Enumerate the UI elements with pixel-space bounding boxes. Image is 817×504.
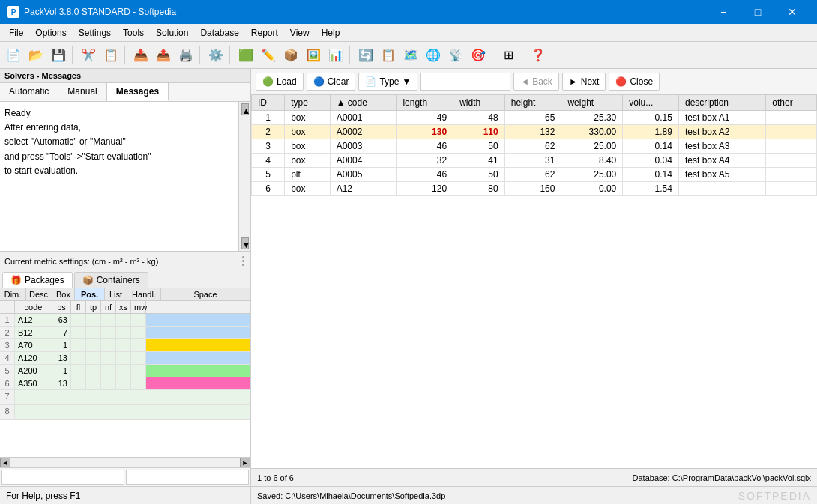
menu-report[interactable]: Report	[245, 26, 284, 40]
col-header-length[interactable]: length	[397, 95, 453, 111]
menu-help[interactable]: Help	[316, 26, 346, 40]
menu-file[interactable]: File	[3, 26, 29, 40]
menu-solution[interactable]: Solution	[150, 26, 194, 40]
tool-btn-3[interactable]: 📦	[280, 45, 301, 66]
messages-scrollbar[interactable]: ▲ ▼	[238, 102, 250, 251]
tab-packages[interactable]: 🎁 Packages	[2, 272, 73, 288]
cut-button[interactable]: ✂️	[78, 45, 99, 66]
menu-settings[interactable]: Settings	[73, 26, 117, 40]
tool-btn-6[interactable]: 🔄	[355, 45, 376, 66]
tab-messages[interactable]: Messages	[107, 83, 169, 101]
package-grid-header: Dim. Desc. Box Pos. List Handl. Space	[0, 288, 250, 301]
tool-btn-12[interactable]: ⊞	[498, 45, 519, 66]
cell-xs-4	[116, 352, 131, 364]
maximize-button[interactable]: □	[741, 0, 775, 24]
type-button[interactable]: 📄 Type ▼	[358, 73, 417, 91]
minimize-button[interactable]: −	[706, 0, 741, 24]
separator-7	[522, 46, 525, 64]
tool-btn-2[interactable]: ✏️	[258, 45, 279, 66]
close-button[interactable]: ✕	[775, 0, 810, 24]
list-item[interactable]: 3 A70 1	[0, 339, 250, 352]
sub-ps: ps	[52, 301, 71, 313]
metric-settings: Current metric settings: (cm - m² - m³ -…	[0, 252, 250, 270]
search-input[interactable]	[420, 73, 510, 91]
app-icon: P	[7, 6, 19, 18]
table-row[interactable]: 4boxA00043241318.400.04test box A4	[252, 154, 817, 168]
help-button[interactable]: ❓	[528, 45, 549, 66]
col-header-description[interactable]: description	[678, 95, 765, 111]
scroll-down-arrow[interactable]: ▼	[241, 237, 249, 249]
tool-btn-7[interactable]: 📋	[378, 45, 399, 66]
list-item[interactable]: 8	[0, 405, 250, 420]
col-header-volume[interactable]: volu...	[623, 95, 679, 111]
scroll-right[interactable]: ►	[240, 458, 250, 468]
col-header-width[interactable]: width	[453, 95, 505, 111]
col-list[interactable]: List	[105, 288, 127, 300]
copy-button[interactable]: 📋	[100, 45, 121, 66]
col-header-other[interactable]: other	[766, 95, 817, 111]
row-bar-5	[146, 365, 250, 377]
tab-automatic[interactable]: Automatic	[0, 83, 58, 101]
resize-handle[interactable]	[241, 255, 246, 267]
menu-view[interactable]: View	[284, 26, 316, 40]
tool-btn-9[interactable]: 🌐	[423, 45, 444, 66]
table-row[interactable]: 1boxA000149486525.300.15test box A1	[252, 111, 817, 125]
col-header-weight[interactable]: weight	[561, 95, 623, 111]
table-row[interactable]: 3boxA000346506225.000.14test box A3	[252, 139, 817, 154]
table-cell: test box A2	[678, 125, 765, 139]
tab-manual[interactable]: Manual	[58, 83, 106, 101]
col-handl[interactable]: Handl.	[127, 288, 161, 300]
tool-btn-4[interactable]: 🖼️	[303, 45, 324, 66]
import-button[interactable]: 📥	[130, 45, 151, 66]
list-item[interactable]: 1 A12 63	[0, 314, 250, 327]
scroll-left[interactable]: ◄	[0, 458, 10, 468]
tool-btn-1[interactable]: 🟩	[235, 45, 256, 66]
export-button[interactable]: 📤	[153, 45, 174, 66]
col-box[interactable]: Box	[52, 288, 75, 300]
tab-containers[interactable]: 📦 Containers	[74, 272, 148, 288]
table-cell: test box A5	[678, 168, 765, 182]
table-cell: box	[285, 182, 330, 196]
list-item[interactable]: 5 A200 1	[0, 365, 250, 377]
table-row[interactable]: 2boxA0002130110132330.001.89test box A2	[252, 125, 817, 139]
col-space[interactable]: Space	[161, 288, 250, 300]
tool-btn-11[interactable]: 🎯	[468, 45, 489, 66]
open-button[interactable]: 📂	[25, 45, 46, 66]
load-button[interactable]: 🟢 Load	[256, 73, 304, 91]
table-cell: A0001	[330, 111, 397, 125]
back-button[interactable]: ◄ Back	[513, 73, 559, 91]
settings-button[interactable]: ⚙️	[205, 45, 226, 66]
list-item[interactable]: 2 B12 7	[0, 327, 250, 339]
col-desc[interactable]: Desc.	[26, 288, 52, 300]
list-item[interactable]: 7	[0, 390, 250, 405]
table-row[interactable]: 5pltA000546506225.000.14test box A5	[252, 168, 817, 182]
tool-btn-10[interactable]: 📡	[445, 45, 466, 66]
tool-btn-8[interactable]: 🗺️	[400, 45, 421, 66]
pkg-input-2[interactable]	[126, 470, 249, 485]
col-pos[interactable]: Pos.	[75, 288, 105, 300]
new-button[interactable]: 📄	[3, 45, 24, 66]
cell-ps-6: 13	[52, 377, 71, 389]
table-cell: 5	[252, 168, 285, 182]
tool-btn-5[interactable]: 📊	[325, 45, 346, 66]
clear-button[interactable]: 🔵 Clear	[307, 73, 356, 91]
scroll-up-arrow[interactable]: ▲	[241, 103, 249, 115]
col-header-id[interactable]: ID	[252, 95, 285, 111]
close-data-button[interactable]: 🔴 Close	[609, 73, 660, 91]
pkg-input-1[interactable]	[1, 470, 124, 485]
menu-database[interactable]: Database	[194, 26, 244, 40]
list-item[interactable]: 4 A120 13	[0, 352, 250, 365]
next-button[interactable]: ► Next	[562, 73, 606, 91]
save-button[interactable]: 💾	[48, 45, 69, 66]
table-cell: plt	[285, 168, 330, 182]
col-header-type[interactable]: type	[285, 95, 330, 111]
menu-tools[interactable]: Tools	[117, 26, 150, 40]
list-item[interactable]: 6 A350 13	[0, 377, 250, 390]
menu-options[interactable]: Options	[29, 26, 72, 40]
col-header-height[interactable]: height	[504, 95, 561, 111]
col-header-code[interactable]: ▲ code	[330, 95, 397, 111]
print-button[interactable]: 🖨️	[175, 45, 196, 66]
table-row[interactable]: 6boxA12120801600.001.54	[252, 182, 817, 196]
col-dim[interactable]: Dim.	[0, 288, 26, 300]
pkg-hscrollbar[interactable]: ◄ ►	[0, 457, 250, 467]
